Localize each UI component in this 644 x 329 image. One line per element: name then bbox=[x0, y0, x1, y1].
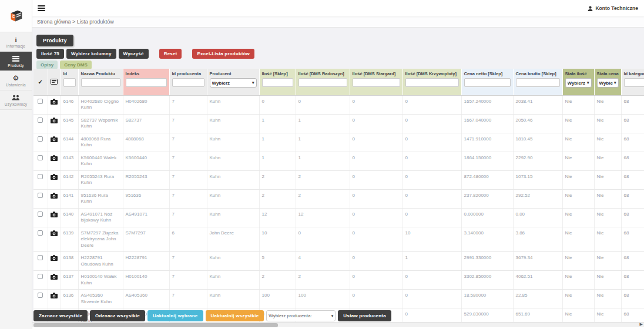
row-checkbox[interactable] bbox=[38, 118, 43, 123]
cell-ilosc_sklep: 100 bbox=[259, 290, 296, 308]
filter-select-stala_ilosc[interactable]: Wybierz▾ bbox=[565, 78, 592, 88]
filter-input-id_kategorii[interactable] bbox=[624, 78, 644, 87]
filter-select-stala_cena[interactable]: Wybierz▾ bbox=[597, 78, 619, 88]
cell-photo bbox=[48, 114, 61, 133]
camera-icon[interactable] bbox=[51, 176, 58, 181]
cell-ilosc_stargard: 0 bbox=[350, 227, 402, 252]
camera-icon[interactable] bbox=[51, 276, 58, 281]
cell-cena_netto: 1657.240000 bbox=[461, 95, 513, 114]
cell-stala_cena: Nie bbox=[594, 271, 621, 290]
scrollbar-right-arrow-icon[interactable]: ▶ bbox=[640, 322, 643, 327]
cell-ilosc_sklep: 2 bbox=[259, 170, 296, 189]
producer-select[interactable]: Wybierz producenta:▾ bbox=[266, 310, 336, 321]
row-checkbox[interactable] bbox=[38, 155, 43, 160]
cell-stala_ilosc: Nie bbox=[562, 252, 594, 271]
row-checkbox[interactable] bbox=[38, 293, 43, 298]
tab-ceny-dms[interactable]: Ceny DMS bbox=[60, 61, 92, 69]
filter-input-ilosc_krzywoploty[interactable] bbox=[405, 78, 459, 87]
row-checkbox[interactable] bbox=[38, 212, 43, 217]
zaznacz-wszystkie-button[interactable]: Zaznacz wszystkie bbox=[33, 310, 88, 321]
filter-input-ilosc_stargard[interactable] bbox=[353, 78, 400, 87]
account-menu[interactable]: Konto Techniczne bbox=[588, 5, 638, 11]
filter-input-ilosc_radoszyn[interactable] bbox=[298, 78, 347, 87]
camera-icon[interactable] bbox=[51, 213, 58, 219]
row-checkbox[interactable] bbox=[38, 193, 43, 198]
tabs: OpisyCeny DMS bbox=[36, 61, 92, 69]
column-header-photo bbox=[48, 69, 61, 95]
wyczy--button[interactable]: Wyczyść bbox=[119, 49, 149, 59]
cell-stala_ilosc: Nie bbox=[562, 208, 594, 227]
table-row: 61444808068 Rura Kuhn48080687Kuhn1100147… bbox=[33, 133, 644, 152]
ilo-75-button[interactable]: Ilość 75 bbox=[36, 49, 64, 59]
uaktualnij-wszystkie-button[interactable]: Uaktualnij wszystkie bbox=[206, 310, 264, 321]
odznacz-wszystkie-button[interactable]: Odznacz wszystkie bbox=[90, 310, 145, 321]
filter-input-nazwa[interactable] bbox=[81, 78, 120, 87]
excel-lista-produkt-w-button[interactable]: Excel-Lista produktów bbox=[192, 49, 254, 59]
row-checkbox[interactable] bbox=[38, 136, 43, 142]
horizontal-scrollbar[interactable]: ▶ bbox=[32, 322, 644, 327]
camera-icon[interactable] bbox=[51, 100, 58, 106]
set-producer-button[interactable]: Ustaw producenta bbox=[338, 310, 391, 321]
cell-cena_brutto: 4062.51 bbox=[513, 271, 562, 290]
produkty-section-button[interactable]: Produkty bbox=[36, 35, 73, 46]
column-header-id_kategorii: Id kategorii bbox=[621, 69, 644, 95]
scrollbar-thumb[interactable] bbox=[33, 323, 278, 327]
camera-icon[interactable] bbox=[51, 157, 58, 162]
cell-ilosc_stargard: 0 bbox=[350, 114, 402, 133]
row-checkbox[interactable] bbox=[38, 274, 43, 279]
camera-icon bbox=[51, 118, 58, 123]
reset-button[interactable]: Reset bbox=[159, 49, 182, 59]
cell-ilosc_krzywoploty: 0 bbox=[402, 114, 461, 133]
wybierz-kolumny-button[interactable]: Wybierz kolumny bbox=[66, 49, 116, 59]
cell-stala_cena: Nie bbox=[594, 252, 621, 271]
cell-stala_cena: Nie bbox=[594, 189, 621, 208]
row-checkbox[interactable] bbox=[38, 174, 43, 179]
cell-id: 6144 bbox=[61, 133, 78, 152]
filter-select-producent[interactable]: Wybierz▾ bbox=[210, 78, 257, 88]
app-logo[interactable] bbox=[0, 0, 32, 32]
filter-input-ilosc_sklep[interactable] bbox=[262, 78, 293, 87]
camera-icon bbox=[51, 193, 58, 199]
cell-ilosc_krzywoploty: 0 bbox=[402, 208, 461, 227]
table-row: 6145S82737 Wspornik KuhnS827377Kuhn11001… bbox=[33, 114, 644, 133]
cell-cena_netto: 1864.150000 bbox=[461, 152, 513, 170]
filter-input-id[interactable] bbox=[63, 78, 76, 87]
cell-nazwa: R2055243 Rura Kuhn bbox=[78, 170, 123, 189]
camera-icon bbox=[51, 99, 58, 105]
cell-stala_ilosc: Nie bbox=[562, 227, 594, 252]
column-header-id_producenta: Id producenta bbox=[169, 69, 207, 95]
filter-input-indeks[interactable] bbox=[126, 78, 167, 87]
sidebar-item-uytkownicy[interactable]: Użytkownicy bbox=[0, 90, 32, 110]
cell-cena_netto: 237.820000 bbox=[461, 189, 513, 208]
camera-icon[interactable] bbox=[51, 232, 58, 237]
filter-input-id_producenta[interactable] bbox=[172, 78, 204, 87]
camera-icon[interactable] bbox=[51, 138, 58, 143]
cell-nazwa: AS405360 Strzemie Kuhn bbox=[78, 290, 123, 308]
select-all-check-icon[interactable]: ✓ bbox=[38, 79, 43, 85]
hamburger-menu-icon[interactable] bbox=[38, 5, 47, 11]
uaktualnij-wybrane-button[interactable]: Uaktualnij wybrane bbox=[147, 310, 203, 321]
camera-icon[interactable] bbox=[51, 294, 58, 300]
cell-nazwa: 951636 Rura Kuhn bbox=[78, 189, 123, 208]
camera-icon[interactable] bbox=[51, 119, 58, 125]
sidebar-item-produkty[interactable]: Produkty bbox=[0, 52, 32, 71]
cell-stala_cena: Nie bbox=[594, 170, 621, 189]
sidebar-item-ustawienia[interactable]: ⚙Ustawienia bbox=[0, 71, 32, 90]
camera-icon[interactable] bbox=[51, 194, 58, 200]
filter-input-cena_brutto[interactable] bbox=[516, 78, 560, 87]
cell-cena_brutto: 1073.15 bbox=[513, 170, 562, 189]
cell-photo bbox=[48, 208, 61, 227]
row-checkbox[interactable] bbox=[38, 99, 43, 104]
cell-producent: Kuhn bbox=[207, 114, 259, 133]
cell-ilosc_radoszyn: 2 bbox=[296, 271, 350, 290]
camera-icon[interactable] bbox=[51, 257, 58, 262]
camera-icon bbox=[51, 212, 58, 217]
cell-ilosc_stargard: 0 bbox=[350, 271, 402, 290]
row-checkbox[interactable] bbox=[38, 230, 43, 236]
row-checkbox[interactable] bbox=[38, 255, 43, 260]
sidebar-item-informacje[interactable]: iInformacje bbox=[0, 32, 32, 52]
filter-input-cena_netto[interactable] bbox=[464, 78, 511, 87]
tab-opisy[interactable]: Opisy bbox=[36, 61, 58, 69]
cell-photo bbox=[48, 170, 61, 189]
cell-ilosc_stargard: 0 bbox=[350, 95, 402, 114]
